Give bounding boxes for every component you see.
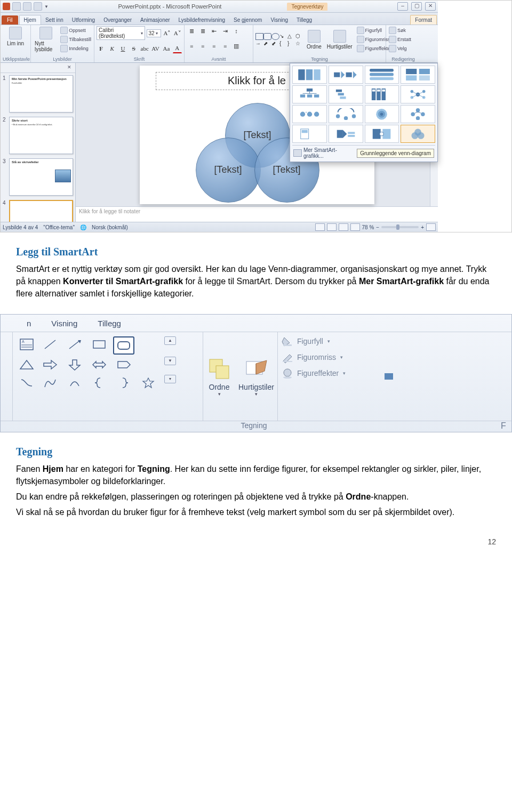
shapes-more[interactable]: ▾ <box>164 375 176 383</box>
shapes-scroll-down[interactable]: ▼ <box>164 357 176 365</box>
shapeeffects-row[interactable]: Figureffekter <box>281 367 377 379</box>
zoom-out-button[interactable]: − <box>376 224 379 230</box>
shapeoutline-row[interactable]: Figuromriss <box>281 351 377 363</box>
shadow-button[interactable]: abc <box>140 44 149 53</box>
shape-down-arrow-icon[interactable] <box>64 357 85 373</box>
restore-button[interactable]: ▢ <box>411 2 422 11</box>
gallery-item[interactable] <box>292 66 327 84</box>
gallery-item[interactable] <box>329 105 363 123</box>
shapes-scroll-up[interactable]: ▲ <box>164 336 176 345</box>
font-name-combo[interactable]: Calibri (Brødtekst) <box>97 26 145 40</box>
gallery-item[interactable] <box>401 85 435 103</box>
zoom-slider[interactable] <box>381 226 419 228</box>
align-right-button[interactable]: ≡ <box>209 42 219 51</box>
shape-leftbrace-icon[interactable] <box>89 375 110 391</box>
tab-insert[interactable]: Sett inn <box>41 15 68 25</box>
gallery-item[interactable] <box>365 105 399 123</box>
close-button[interactable]: ✕ <box>425 2 436 11</box>
qat-undo-icon[interactable] <box>23 2 31 11</box>
quickstyles-button[interactable]: Hurtigstiler <box>325 29 354 50</box>
shape-arrow-line-icon[interactable] <box>64 336 85 352</box>
thumbnail-2[interactable]: 2 Skriv stort • Bruk minimum størrelse 2… <box>1 115 75 156</box>
thumbnail-3[interactable]: 3 Slå av skrivefeiler <box>1 156 75 198</box>
tab-home[interactable]: Hjem <box>19 15 41 25</box>
font-color-button[interactable]: A <box>173 43 182 53</box>
gallery-item[interactable] <box>401 66 435 84</box>
case-button[interactable]: Aa <box>162 44 171 53</box>
paste-button[interactable]: Lim inn <box>3 26 28 47</box>
shape-curve-icon[interactable] <box>39 375 61 391</box>
shape-right-arrow-icon[interactable] <box>39 357 61 373</box>
shape-roundrect-icon-selected[interactable] <box>113 336 134 355</box>
select-button[interactable]: Velg <box>388 44 418 53</box>
tg-tab-view[interactable]: Visning <box>41 315 87 332</box>
columns-button[interactable]: ▥ <box>231 42 241 51</box>
section-button[interactable]: Inndeling <box>60 44 92 53</box>
gallery-item[interactable] <box>329 125 363 143</box>
tab-file[interactable]: Fil <box>2 15 18 25</box>
tab-transitions[interactable]: Overganger <box>99 15 136 25</box>
qat-save-icon[interactable] <box>12 2 21 11</box>
fit-to-window-button[interactable] <box>426 223 436 231</box>
layout-button[interactable]: Oppsett <box>60 26 92 35</box>
justify-button[interactable]: ≡ <box>220 42 230 51</box>
tg-tab-partial[interactable]: n <box>17 315 41 332</box>
arrange-button-big[interactable]: Ordne ▾ <box>206 356 232 397</box>
spacing-button[interactable]: AV <box>151 44 160 53</box>
shape-textbox-icon[interactable]: A <box>17 336 36 352</box>
more-smartart-link[interactable]: Mer SmartArt-grafikk... <box>293 147 357 159</box>
replace-button[interactable]: Erstatt <box>388 35 418 44</box>
notes-placeholder[interactable]: Klikk for å legge til notater <box>76 206 438 222</box>
shape-double-arrow-icon[interactable] <box>89 357 110 373</box>
shape-rectangle-icon[interactable] <box>89 336 110 352</box>
arrange-button[interactable]: Ordne <box>305 29 323 50</box>
shape-triangle-icon[interactable] <box>17 357 36 373</box>
tab-animations[interactable]: Animasjoner <box>136 15 174 25</box>
view-slideshow-button[interactable] <box>350 223 360 231</box>
shapefill-row[interactable]: Figurfyll <box>281 335 377 347</box>
reset-button[interactable]: Tilbakestill <box>60 35 92 44</box>
shape-rect-icon[interactable] <box>255 33 263 40</box>
indent-button[interactable]: ⇥ <box>220 26 230 36</box>
gallery-item[interactable] <box>329 66 363 84</box>
shape-pentagon-arrow-icon[interactable] <box>113 357 134 373</box>
grow-font-icon[interactable]: A˄ <box>163 28 171 38</box>
gallery-item[interactable] <box>365 125 399 143</box>
minimize-button[interactable]: – <box>397 2 408 11</box>
shape-rightbrace-icon[interactable] <box>113 375 134 391</box>
dedent-button[interactable]: ⇤ <box>209 26 219 36</box>
gallery-item[interactable] <box>401 105 435 123</box>
qat-redo-icon[interactable] <box>34 2 42 11</box>
strike-button[interactable]: S <box>129 44 138 53</box>
tg-tab-addins[interactable]: Tillegg <box>87 315 131 332</box>
gallery-item[interactable] <box>292 105 327 123</box>
shape-ellipse-icon[interactable] <box>271 33 279 40</box>
tab-design[interactable]: Utforming <box>68 15 99 25</box>
close-panel-icon[interactable]: ✕ <box>66 64 73 71</box>
gallery-item[interactable] <box>292 125 327 143</box>
align-left-button[interactable]: ≡ <box>187 42 196 51</box>
find-button[interactable]: Søk <box>388 26 418 35</box>
tab-view[interactable]: Visning <box>266 15 292 25</box>
tab-format[interactable]: Format <box>410 15 437 25</box>
numbering-button[interactable]: ≣ <box>198 26 207 36</box>
italic-button[interactable]: K <box>107 44 116 53</box>
venn-circle-2[interactable]: [Tekst] <box>196 138 261 203</box>
bullets-button[interactable]: ≣ <box>187 26 196 36</box>
font-size-combo[interactable]: 32 <box>147 29 162 37</box>
quickstyles-button-big[interactable]: Hurtigstiler ▾ <box>238 356 274 397</box>
tab-addins[interactable]: Tillegg <box>292 15 316 25</box>
thumbnail-1[interactable]: 1 Min første PowerPoint-presentasjon Kur… <box>1 73 75 115</box>
new-slide-button[interactable]: Nytt lysbilde <box>33 26 59 53</box>
shape-line-icon[interactable] <box>39 336 61 352</box>
shape-roundrect-icon[interactable] <box>263 33 271 40</box>
shrink-font-icon[interactable]: A˅ <box>173 28 182 38</box>
shape-connector-icon[interactable] <box>17 375 36 391</box>
view-normal-button[interactable] <box>315 223 325 231</box>
gallery-item[interactable] <box>365 66 399 84</box>
shape-star-icon[interactable] <box>138 375 159 391</box>
align-center-button[interactable]: ≡ <box>198 42 207 51</box>
zoom-in-button[interactable]: + <box>421 224 424 230</box>
view-sorter-button[interactable] <box>327 223 337 231</box>
gallery-item-venn[interactable] <box>401 125 435 143</box>
